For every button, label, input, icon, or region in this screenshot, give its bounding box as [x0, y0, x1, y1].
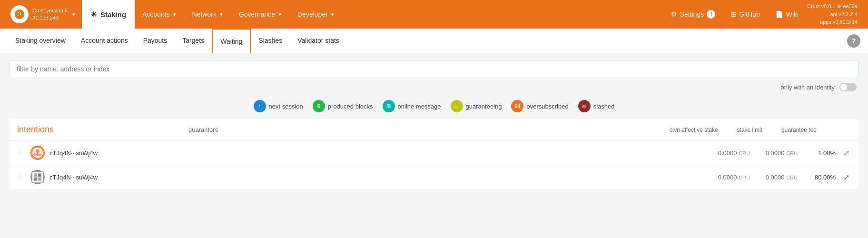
version-info: Crust v0.8.1-a4ee32aapi v2.2.2-4apps v0.…: [807, 2, 863, 26]
table-row: ☆ cTJq4N···suWj4w 0.0000 CRU 0.0000 CRU …: [10, 165, 858, 189]
svg-rect-7: [32, 171, 43, 183]
github-label: GitHub: [739, 10, 760, 18]
logo-icon: C: [10, 5, 29, 23]
svg-rect-9: [38, 174, 41, 177]
stake-limit-row1: 0.0000 CRU: [750, 149, 798, 157]
governance-caret-icon: ▼: [277, 12, 282, 17]
tab-targets-label: Targets: [182, 37, 204, 44]
tab-slashes-label: Slashes: [258, 37, 282, 44]
tab-account-actions[interactable]: Account actions: [73, 29, 136, 53]
help-button[interactable]: ?: [847, 34, 860, 48]
slashed-icon: ☠: [578, 100, 591, 112]
tab-waiting-label: Waiting: [220, 38, 242, 45]
logo-text: Crust version 6 #1,039,243: [32, 7, 68, 22]
tab-payouts[interactable]: Payouts: [136, 29, 175, 53]
tab-staking-overview[interactable]: Staking overview: [8, 29, 73, 53]
github-button[interactable]: ⊞ GitHub: [724, 0, 767, 29]
tab-account-actions-label: Account actions: [81, 37, 128, 44]
github-icon: ⊞: [730, 10, 736, 18]
star-icon-row1[interactable]: ☆: [17, 149, 25, 157]
produced-blocks-label: produced blocks: [328, 103, 373, 110]
svg-rect-10: [34, 178, 38, 181]
nav-accounts-label: Accounts: [142, 10, 170, 18]
legend-slashed: ☠ slashed: [578, 100, 615, 112]
staking-nav-button[interactable]: ✳ Staking: [82, 0, 135, 29]
sub-nav: Staking overview Account actions Payouts…: [0, 29, 868, 53]
guaranteeing-icon: ✋: [451, 100, 463, 112]
staking-icon: ✳: [90, 10, 97, 19]
developer-caret-icon: ▼: [330, 12, 335, 17]
chart-icon-row1[interactable]: ⤢: [841, 149, 851, 158]
settings-badge: 1: [707, 10, 715, 19]
staking-label: Staking: [100, 10, 126, 19]
logo-caret-icon: ▼: [71, 12, 76, 17]
svg-text:C: C: [18, 12, 21, 17]
settings-button[interactable]: ⚙ Settings 1: [664, 0, 722, 29]
svg-rect-11: [38, 178, 41, 181]
nav-governance[interactable]: Governance ▼: [231, 0, 290, 29]
tab-payouts-label: Payouts: [143, 37, 168, 44]
search-input[interactable]: [10, 60, 858, 78]
wiki-label: Wiki: [786, 10, 799, 18]
nav-developer[interactable]: Developer ▼: [290, 0, 343, 29]
nav-network-label: Network: [192, 10, 217, 18]
account-address-row1: cTJq4N···suWj4w: [49, 149, 121, 157]
oversubscribed-icon: 64: [511, 100, 523, 112]
nav-developer-label: Developer: [297, 10, 328, 18]
svg-point-3: [36, 149, 39, 153]
col-guarantee-fee: guarantee fee: [781, 127, 817, 133]
header: C Crust version 6 #1,039,243 ▼ ✳ Staking…: [0, 0, 868, 29]
identity-row: only with an identity: [10, 78, 858, 96]
legend-row: › next session 5 produced blocks ✉ onlin…: [10, 96, 858, 119]
guarantee-fee-row2: 80.00%: [798, 174, 836, 181]
nav-governance-label: Governance: [239, 10, 275, 18]
settings-label: Settings: [680, 10, 704, 18]
oversubscribed-label: oversubscribed: [526, 103, 568, 110]
header-right: ⚙ Settings 1 ⊞ GitHub 📄 Wiki Crust v0.8.…: [664, 0, 863, 29]
guarantee-fee-row1: 1.00%: [798, 149, 836, 157]
table-row: ☆ cTJq4N···suWj4w 0.0000 CRU 0.0000 CRU …: [10, 141, 858, 165]
guaranteeing-label: guaranteeing: [466, 103, 502, 110]
identity-toggle-switch[interactable]: [839, 83, 857, 91]
produced-blocks-icon: 5: [313, 100, 325, 112]
nav-network[interactable]: Network ▼: [185, 0, 231, 29]
svg-point-4: [34, 153, 37, 156]
own-effective-stake-row2: 0.0000 CRU: [688, 174, 750, 181]
account-address-row2: cTJq4N···suWj4w: [49, 174, 121, 181]
legend-guaranteeing: ✋ guaranteeing: [451, 100, 502, 112]
col-headers-right: own effective stake stake limit guarante…: [670, 127, 851, 133]
settings-gear-icon: ⚙: [671, 10, 677, 18]
col-stake-limit: stake limit: [737, 127, 762, 133]
intentions-title: intentions: [17, 125, 103, 135]
next-session-icon: ›: [254, 100, 266, 112]
wiki-button[interactable]: 📄 Wiki: [769, 0, 805, 29]
chart-icon-row2[interactable]: ⤢: [841, 173, 851, 182]
svg-point-6: [36, 153, 39, 156]
version-text: Crust v0.8.1-a4ee32aapi v2.2.2-4apps v0.…: [807, 3, 858, 25]
logo-section[interactable]: C Crust version 6 #1,039,243 ▼: [5, 5, 82, 23]
tab-validator-stats[interactable]: Validator stats: [290, 29, 347, 53]
main-content: only with an identity › next session 5 p…: [0, 53, 868, 196]
network-caret-icon: ▼: [219, 12, 224, 17]
col-guarantors: guarantors: [112, 126, 660, 133]
accounts-caret-icon: ▼: [172, 12, 177, 17]
col-own-effective-stake: own effective stake: [670, 127, 718, 133]
legend-next-session: › next session: [254, 100, 303, 112]
star-icon-row2[interactable]: ☆: [17, 173, 25, 181]
online-message-icon: ✉: [383, 100, 395, 112]
nav-accounts[interactable]: Accounts ▼: [135, 0, 185, 29]
header-nav: Accounts ▼ Network ▼ Governance ▼ Develo…: [135, 0, 664, 29]
online-message-label: online message: [398, 103, 441, 110]
svg-point-5: [39, 153, 42, 156]
account-icon-row1: [30, 146, 45, 160]
tab-waiting[interactable]: Waiting: [212, 29, 251, 53]
next-session-label: next session: [269, 103, 303, 110]
tab-validator-stats-label: Validator stats: [297, 37, 339, 44]
tab-slashes[interactable]: Slashes: [251, 29, 290, 53]
tab-staking-overview-label: Staking overview: [15, 37, 66, 44]
identity-toggle-label: only with an identity: [781, 84, 835, 91]
tab-targets[interactable]: Targets: [175, 29, 212, 53]
legend-online-message: ✉ online message: [383, 100, 441, 112]
wiki-icon: 📄: [775, 10, 783, 18]
intentions-section: intentions guarantors own effective stak…: [10, 119, 858, 189]
